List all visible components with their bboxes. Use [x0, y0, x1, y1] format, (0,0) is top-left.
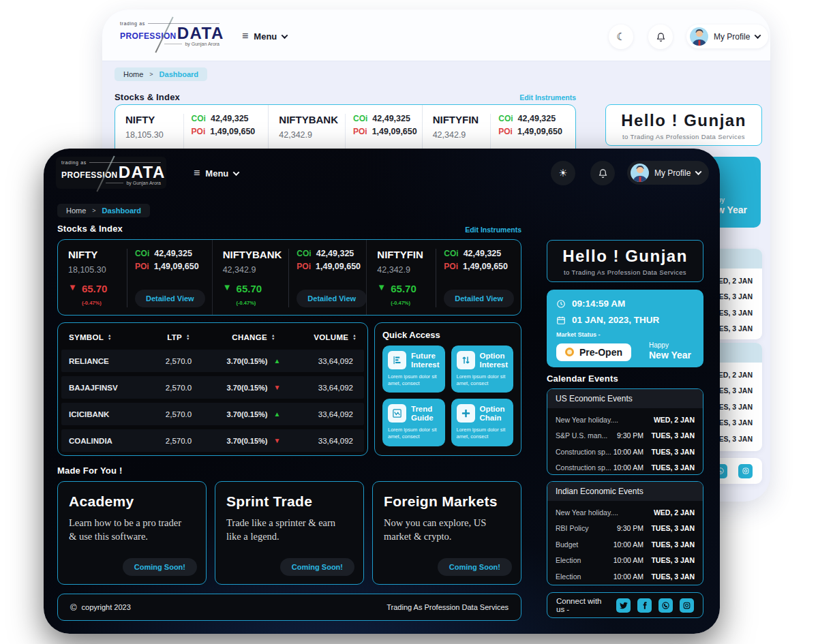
event-name: New Year holiday....: [556, 508, 643, 517]
edit-instruments-link[interactable]: Edit Instruments: [419, 226, 521, 234]
card-description: Now you can explore, US market & crypto.: [384, 517, 501, 543]
poi-value: 1,49,09,650: [517, 127, 562, 136]
twitter-icon[interactable]: [616, 598, 631, 613]
quick-access-trend-guide[interactable]: Trend Guide Lorem ipsum dolor sit amet, …: [382, 399, 445, 446]
poi-value: 1,49,09,650: [154, 262, 199, 271]
card-title: Academy: [69, 493, 195, 510]
detailed-view-button[interactable]: Detailed View: [297, 290, 367, 307]
coi-label: COi: [498, 114, 513, 123]
event-time: 10:00 AM: [614, 540, 643, 549]
coi-value: 42,49,325: [211, 114, 249, 123]
logo-byline: by Gunjan Arora: [185, 42, 219, 46]
event-name: RBI Policy: [556, 524, 617, 532]
table-row[interactable]: BAJAJFINSV 2,570.0 3.70(0.15%)▼ 33,64,09…: [61, 376, 364, 399]
chevron-down-icon: [233, 169, 240, 176]
event-name: New Year holiday....: [556, 416, 643, 424]
stock-card-niftybank[interactable]: NIFTYBANK 42,342.9 ▼ 65.70 (-0.47%) COi4…: [212, 240, 367, 315]
quick-access-option-interest[interactable]: Option Interest Lorem ipsum dolor sit am…: [451, 346, 514, 393]
menu-button[interactable]: ≡ Menu: [194, 168, 239, 179]
breadcrumb-separator: >: [149, 71, 153, 78]
coming-soon-button[interactable]: Coming Soon!: [438, 558, 512, 576]
market-status-label: Market Status -: [556, 331, 694, 338]
profile-menu[interactable]: My Profile: [686, 25, 768, 48]
indian-economic-events-card: Indian Economic Events New Year holiday.…: [547, 481, 703, 585]
welcome-title: Hello ! Gunjan: [606, 111, 761, 130]
table-row[interactable]: ICICIBANK 2,570.0 3.70(0.15%)▲ 33,64,092: [61, 403, 364, 425]
logo-data: DATA: [119, 166, 166, 179]
academy-card: Academy Learn how to be a pro trader & u…: [57, 481, 207, 585]
quick-access-option-chain[interactable]: Option Chain Lorem ipsum dolor sit amet,…: [451, 399, 514, 446]
stock-value: 42,342.9: [279, 130, 338, 140]
sort-icon[interactable]: ▲▼: [186, 334, 190, 340]
stock-change-pct: (-0.47%): [82, 300, 102, 306]
logo-trading-as: trading as: [120, 21, 145, 26]
stock-name: NIFTYBANK: [223, 249, 282, 260]
breadcrumb-current[interactable]: Dashboard: [102, 206, 141, 215]
poi-label: POi: [192, 127, 206, 136]
poi-value: 1,49,09,650: [316, 262, 361, 271]
breadcrumb-current[interactable]: Dashboard: [160, 70, 198, 78]
sort-icon[interactable]: ▲▼: [108, 334, 112, 340]
coi-value: 42,49,325: [372, 114, 410, 123]
notifications-button[interactable]: [648, 25, 673, 49]
coming-soon-button[interactable]: Coming Soon!: [123, 558, 197, 576]
breadcrumb: Home > Dashboard: [57, 204, 150, 217]
menu-button[interactable]: ≡ Menu: [242, 31, 287, 42]
market-status-value: Pre-Open: [579, 347, 622, 358]
cell-symbol: COALINDIA: [69, 437, 149, 445]
breadcrumb-home[interactable]: Home: [123, 70, 143, 78]
market-time: 09:14:59 AM: [572, 298, 625, 309]
breadcrumb: Home > Dashboard: [115, 67, 207, 81]
tile-description: Lorem ipsum dolor sit amet, consect: [457, 373, 509, 387]
theme-toggle-button[interactable]: ☀: [551, 161, 575, 185]
footer-bar: ©copyright 2023 Trading As Profession Da…: [57, 594, 521, 621]
detailed-view-button[interactable]: Detailed View: [444, 290, 514, 307]
copyright-icon: ©: [70, 602, 77, 613]
made-for-you-title: Made For You !: [57, 465, 123, 476]
sort-icon[interactable]: ▲▼: [271, 334, 275, 340]
stock-value: 18,105.30: [125, 130, 177, 140]
cell-change: 3.70(0.15%): [227, 410, 268, 418]
stock-card-nifty[interactable]: NIFTY 18,105.30 ▼ 65.70 (-0.47%) COi42,4…: [58, 240, 212, 315]
logo-byline: by Gunjan Arora: [126, 181, 161, 185]
cell-ltp: 2,570.0: [149, 437, 208, 445]
event-date: TUES, 3 JAN: [650, 540, 695, 549]
triangle-down-icon: ▼: [274, 384, 281, 391]
stock-card-niftyfin[interactable]: NIFTYFIN 42,342.9 ▼ 65.70 (-0.47%) COi42…: [366, 240, 521, 315]
event-row: Election 10:00 AM TUES, 3 JAN: [547, 553, 703, 569]
moon-icon: ☾: [616, 31, 625, 43]
cell-ltp: 2,570.0: [149, 384, 208, 392]
breadcrumb-home[interactable]: Home: [66, 206, 86, 215]
stock-value: 18,105.30: [68, 265, 120, 275]
instagram-icon[interactable]: [680, 598, 694, 613]
cell-volume: 33,64,092: [299, 384, 357, 392]
logo-data: DATA: [177, 27, 224, 40]
stock-value: 42,342.9: [223, 265, 282, 275]
welcome-card: Hello ! Gunjan to Trading As Profession …: [547, 240, 703, 282]
instagram-icon[interactable]: [738, 464, 753, 478]
notifications-button[interactable]: [590, 161, 615, 185]
theme-toggle-button[interactable]: ☾: [609, 25, 633, 49]
detailed-view-button[interactable]: Detailed View: [135, 290, 205, 307]
whatsapp-icon[interactable]: [658, 598, 673, 613]
edit-instruments-link[interactable]: Edit Instruments: [474, 93, 576, 102]
event-time: 9:30 PM: [617, 431, 643, 440]
event-date: WED, 2 JAN: [650, 508, 695, 517]
plus-icon: [457, 404, 475, 423]
cell-change: 3.70(0.15%): [227, 437, 268, 445]
table-row[interactable]: RELIANCE 2,570.0 3.70(0.15%)▲ 33,64,092: [61, 350, 364, 372]
sprint-trade-card: Sprint Trade Trade like a sprinter & ear…: [215, 481, 364, 585]
event-name: Construction sp...: [556, 463, 614, 472]
sort-icon[interactable]: ▲▼: [352, 334, 357, 340]
triangle-down-icon: ▼: [377, 283, 386, 292]
market-date: 01 JAN, 2023, THUR: [572, 315, 659, 325]
coming-soon-button[interactable]: Coming Soon!: [280, 558, 354, 576]
facebook-icon[interactable]: [637, 598, 652, 613]
table-row[interactable]: COALINDIA 2,570.0 3.70(0.15%)▼ 33,64,092: [61, 429, 364, 452]
event-time: 10:00 AM: [614, 572, 643, 581]
stock-name: NIFTYFIN: [433, 114, 484, 125]
brand-logo: trading as PROFESSION DATA by Gunjan Aro…: [115, 18, 225, 50]
quick-access-future-interest[interactable]: Future Interest Lorem ipsum dolor sit am…: [382, 346, 445, 393]
profile-menu[interactable]: My Profile: [627, 161, 709, 185]
menu-label: Menu: [254, 31, 277, 42]
